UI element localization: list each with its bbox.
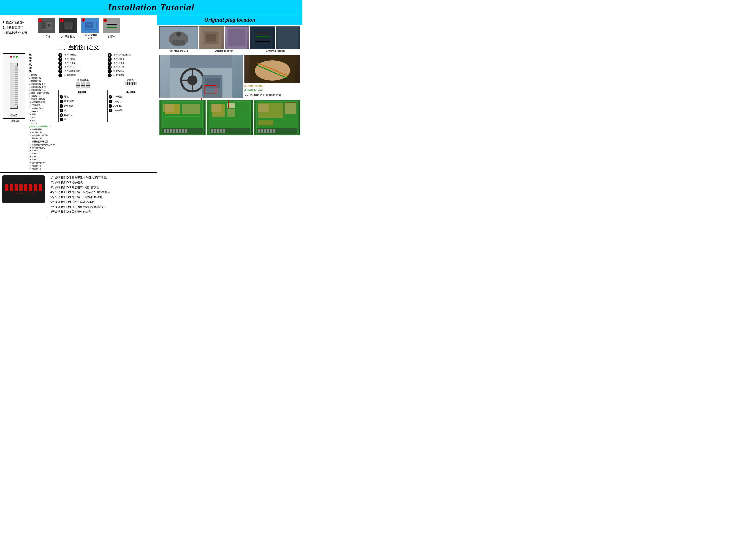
can-plug-photos <box>250 26 300 49</box>
conn-label-9: 遥控器守车 <box>113 62 125 65</box>
top-photos-row: Key Mounting Box <box>157 25 302 54</box>
start-row-3: 3 按键检测2 <box>59 104 105 108</box>
conn-row-7: 7 遥控器电源(3.3V) <box>108 53 154 57</box>
start-row-6: 6 空 <box>59 117 105 122</box>
unit-body <box>10 63 18 109</box>
conn-num-10: 10 <box>108 65 112 69</box>
wire-7: 7.外接一路输出信号线 <box>29 92 57 95</box>
svg-rect-63 <box>185 129 187 133</box>
can-plug-caption: CAN Plug Position <box>250 49 300 53</box>
start-plug-section: Start plug position <box>199 26 249 53</box>
can-plug-section: CAN Plug Position <box>250 26 300 53</box>
pin-lf-4 <box>132 82 135 85</box>
wire-14: 14.地线 <box>29 113 57 116</box>
colored-dots <box>10 56 18 58</box>
svg-rect-75 <box>223 129 225 133</box>
data-main-wire-label: 数据主线插头 <box>29 53 57 73</box>
wire-2: 2.锁车输出线 <box>29 77 57 80</box>
svg-rect-11 <box>85 22 89 28</box>
bottom-circles <box>11 114 17 117</box>
wire-20: 20.喇叭输出线 <box>29 131 57 134</box>
conn-num-8: 8 <box>108 57 112 61</box>
svg-rect-74 <box>220 129 222 133</box>
start-label-6: 空 <box>64 118 66 121</box>
start-row-5: 5 LED灯1 <box>59 113 105 117</box>
conn-row-11: 11 回避线圈A <box>108 69 154 73</box>
badge-4: 4 <box>103 19 107 22</box>
instruction-2: 2号拨码 拨到ON:拉手模式; <box>50 180 154 185</box>
svg-rect-9 <box>70 27 72 29</box>
dip-switch-area: 1 2 3 4 5 6 7 8 <box>0 173 48 217</box>
conn-label-3: 遥控器守车 <box>64 62 76 65</box>
component-main-unit: 1 1. 主机 <box>38 18 55 39</box>
pin-row-lf <box>125 82 137 85</box>
right-panel: Original plug location <box>157 15 302 217</box>
phone-label-1: GSM电源 <box>113 95 122 98</box>
phone-module-group: 手机模块 1 GSM电源 2 GSM_RX 3 <box>107 90 154 122</box>
svg-rect-85 <box>258 129 260 133</box>
wire-9: 9.空调开关控制线 <box>29 98 57 101</box>
dip-2 <box>10 184 13 191</box>
svg-point-4 <box>48 25 50 26</box>
svg-rect-90 <box>273 129 276 133</box>
can-plug-photo-1 <box>250 26 275 49</box>
dot-red <box>10 56 12 58</box>
start-button-title: 启动按钮 <box>59 90 105 95</box>
svg-rect-66 <box>212 104 225 116</box>
low-freq-visual: 低频天线 <box>125 79 137 89</box>
pin-row-loop <box>76 82 91 85</box>
conn-label-5: 遥控器回家照明 <box>64 70 80 73</box>
wire-10: 10.起车辅助(常闭) <box>29 101 57 104</box>
phone-module-icon: 2 <box>60 18 77 33</box>
checklist-item-2: 2. 主机接口定义 <box>3 26 35 30</box>
page-header: Installation Tutorial <box>0 0 302 15</box>
conn-label-8: 遥控器锁车 <box>113 58 125 61</box>
badge-2: 2 <box>60 19 64 22</box>
svg-rect-80 <box>258 103 284 118</box>
page-title: Installation Tutorial <box>0 2 302 13</box>
conn-row-8: 8 遥控器锁车 <box>108 57 154 61</box>
right-content: Key Mounting Box <box>157 25 302 136</box>
wire-5: 5.钥匙检测线(常闭) <box>29 86 57 89</box>
dip-switches-row <box>5 184 42 191</box>
wire-17: 17边门线 <box>29 122 57 125</box>
wire-19: 19.启动按键输出2 <box>29 128 57 131</box>
instruction-3: 3号拨码 拨到ON:开启锁车一键升窗功能; <box>50 185 154 190</box>
dip-1 <box>5 184 8 191</box>
right-connectors: 1 遥控器地线 2 遥控器尾箱 3 遥控器守车 <box>59 53 154 122</box>
wire-27: 27.CAN2_L <box>29 152 57 155</box>
svg-rect-1 <box>42 22 44 29</box>
wire-11: 11.空调信号TX <box>29 104 57 107</box>
svg-rect-67 <box>227 103 235 108</box>
start-num-3: 3 <box>60 104 63 108</box>
wiring-icon: 4 <box>103 18 121 33</box>
key-mounting-box-photo <box>159 26 198 49</box>
wiring-label: 4. 配线 <box>107 35 116 38</box>
dip-6 <box>29 184 32 191</box>
interface-title: 二、主机接口定义 <box>3 44 154 51</box>
antenna-bottom: 高频天线 <box>3 119 28 122</box>
pin-12 <box>88 85 91 88</box>
svg-rect-60 <box>176 129 178 133</box>
wire-1: 1.装车线 <box>29 74 57 77</box>
svg-rect-55 <box>162 128 202 134</box>
svg-rect-84 <box>257 128 297 134</box>
phone-num-1: 1 <box>109 95 112 99</box>
svg-rect-56 <box>164 129 166 133</box>
pin-5 <box>86 82 88 85</box>
svg-rect-52 <box>182 104 200 114</box>
pin-10 <box>83 85 85 88</box>
svg-rect-82 <box>258 120 273 125</box>
conn-label-11: 回避线圈A <box>113 70 124 73</box>
dip-numbers: 1 2 3 4 5 6 7 8 <box>13 192 34 195</box>
wire-22: 22.尾箱输出线 <box>29 137 57 140</box>
conn-label-12: 回避线圈B <box>113 74 124 77</box>
wire-31: 31.电源(12v) <box>29 165 57 167</box>
start-row-2: 2 按键检测1 <box>59 99 105 104</box>
svg-point-37 <box>187 75 198 85</box>
pin-9 <box>81 85 83 88</box>
svg-rect-73 <box>217 129 219 133</box>
main-unit-icon: 1 <box>38 18 55 33</box>
interface-diagram: 高频天线 数据主线插头 1.装车线 2.锁车输出线 3.开锁输出线 4.钥匙检测… <box>3 53 154 170</box>
start-button-group: 启动按钮 1 地线 2 按键检测1 3 <box>59 90 105 122</box>
